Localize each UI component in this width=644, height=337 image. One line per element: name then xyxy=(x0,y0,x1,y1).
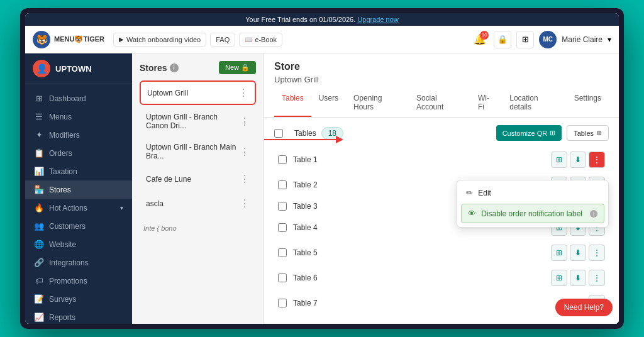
edit-label: Edit xyxy=(478,189,491,197)
sidebar-item-promotions[interactable]: 🏷 Promotions xyxy=(25,272,132,290)
sidebar-item-website[interactable]: 🌐 Website xyxy=(25,235,132,253)
table-6-qr-btn[interactable]: ⊞ xyxy=(551,270,567,286)
tab-wifi[interactable]: Wi-Fi xyxy=(470,89,502,117)
user-avatar: MC xyxy=(539,31,557,48)
header-nav: ▶ Watch onboarding video FAQ 📖 e-Book xyxy=(113,33,282,47)
table-1-checkbox[interactable] xyxy=(278,155,287,164)
dropdown-edit[interactable]: ✏ Edit xyxy=(457,183,608,202)
table-5-dots-btn[interactable]: ⋮ xyxy=(589,245,605,261)
sidebar-label-menus: Menus xyxy=(49,113,72,121)
store-tabs: Tables Users Opening Hours Social Accoun… xyxy=(274,89,609,117)
tables-left: Tables 18 xyxy=(274,127,343,140)
tab-tables[interactable]: Tables xyxy=(274,89,311,117)
banner-text: Your Free Trial ends on 01/05/2026. xyxy=(245,16,355,23)
watch-video-label: Watch onboarding video xyxy=(126,36,201,43)
sidebar-item-surveys[interactable]: 📝 Surveys xyxy=(25,290,132,308)
user-chevron[interactable]: ▾ xyxy=(608,35,611,44)
tab-users[interactable]: Users xyxy=(311,89,346,117)
table-5-download-btn[interactable]: ⬇ xyxy=(570,245,586,261)
table-1-download-btn[interactable]: ⬇ xyxy=(570,152,586,168)
ebook-button[interactable]: 📖 e-Book xyxy=(239,33,282,47)
store-item-uptown-grill[interactable]: Uptown Grill ⋮ xyxy=(140,80,256,105)
shield-icon-btn[interactable]: 🔒 xyxy=(494,31,511,48)
store-detail-header: Store Uptown Grill Tables Users Opening … xyxy=(264,53,619,118)
store-item-ascla[interactable]: ascla ⋮ xyxy=(140,192,256,214)
eye-icon: 👁 xyxy=(468,209,476,218)
table-7-checkbox[interactable] xyxy=(278,299,287,307)
table-6-checkbox[interactable] xyxy=(278,273,287,282)
sidebar-item-customers[interactable]: 👥 Customers xyxy=(25,217,132,235)
tab-settings[interactable]: Settings xyxy=(567,89,609,117)
qr-btn-label: Customize QR xyxy=(502,130,548,137)
dashboard-icon: ⊞ xyxy=(34,94,44,103)
sidebar-item-menus[interactable]: ☰ Menus xyxy=(25,108,132,126)
sidebar-item-hot-actions[interactable]: 🔥 Hot Actions ▾ xyxy=(25,199,132,217)
dropdown-disable-notif[interactable]: 👁 Disable order notification label i xyxy=(461,204,604,223)
orders-icon: 📋 xyxy=(34,148,44,158)
store-item-canon-dri[interactable]: Uptown Grill - Branch Canon Dri... ⋮ xyxy=(140,108,256,135)
notif-badge: 10 xyxy=(480,31,489,40)
qr-icon-btn[interactable]: ⊞ xyxy=(516,31,534,48)
table-6-dots-btn[interactable]: ⋮ xyxy=(589,270,605,286)
table-5-name: Table 5 xyxy=(293,248,551,257)
new-btn-label: New 🔒 xyxy=(225,64,250,72)
sidebar-item-orders[interactable]: 📋 Orders xyxy=(25,144,132,162)
store-dots-2[interactable]: ⋮ xyxy=(240,146,250,158)
table-6-actions: ⊞ ⬇ ⋮ xyxy=(551,270,605,286)
store-section-title: Store xyxy=(274,61,609,72)
sidebar-label-surveys: Surveys xyxy=(49,295,76,304)
tab-opening-hours[interactable]: Opening Hours xyxy=(346,89,409,117)
website-icon: 🌐 xyxy=(34,240,44,249)
store-dots-0[interactable]: ⋮ xyxy=(238,87,248,99)
new-store-button[interactable]: New 🔒 xyxy=(219,61,256,74)
tab-location-details[interactable]: Location details xyxy=(502,89,566,117)
edit-icon: ✏ xyxy=(466,188,473,197)
upgrade-link[interactable]: Upgrade now xyxy=(357,16,398,23)
sidebar-item-taxation[interactable]: 📊 Taxation xyxy=(25,162,132,180)
select-all-checkbox[interactable] xyxy=(274,129,283,138)
sidebar-label-promotions: Promotions xyxy=(49,277,87,285)
stores-info-icon[interactable]: i xyxy=(170,64,179,72)
sidebar-item-modifiers[interactable]: ✦ Modifiers xyxy=(25,126,132,144)
qr-icon: ⊞ xyxy=(550,129,555,137)
store-dots-1[interactable]: ⋮ xyxy=(240,116,250,128)
sidebar-label-integrations: Integrations xyxy=(49,258,89,267)
customers-icon: 👥 xyxy=(34,221,44,231)
table-1-name: Table 1 xyxy=(293,155,551,164)
disable-label: Disable order notification label xyxy=(481,209,582,218)
play-icon: ▶ xyxy=(119,36,124,43)
table-3-checkbox[interactable] xyxy=(278,202,287,211)
store-dots-3[interactable]: ⋮ xyxy=(240,173,250,185)
table-2-checkbox[interactable] xyxy=(278,180,287,189)
tab-social-account[interactable]: Social Account xyxy=(409,89,470,117)
sidebar-item-dashboard[interactable]: ⊞ Dashboard xyxy=(25,89,132,108)
table-1-qr-btn[interactable]: ⊞ xyxy=(551,152,567,168)
store-name-4: ascla xyxy=(146,199,164,208)
store-item-main-bra[interactable]: Uptown Grill - Branch Main Bra... ⋮ xyxy=(140,138,256,165)
table-6-download-btn[interactable]: ⬇ xyxy=(570,270,586,286)
sidebar-item-stores[interactable]: 🏪 Stores xyxy=(25,180,132,199)
table-1-dots-btn[interactable]: ⋮ xyxy=(589,152,605,168)
store-item-cafe-lune[interactable]: Cafe de Lune ⋮ xyxy=(140,168,256,190)
store-name-1: Uptown Grill - Branch Canon Dri... xyxy=(146,113,240,130)
table-6-name: Table 6 xyxy=(293,273,551,282)
stores-title-text: Stores xyxy=(140,63,167,73)
sidebar-item-reports[interactable]: 📈 Reports xyxy=(25,308,132,324)
store-detail-name: Uptown Grill xyxy=(274,75,609,84)
need-help-button[interactable]: Need Help? xyxy=(555,299,613,316)
book-icon: 📖 xyxy=(245,36,252,43)
stores-icon: 🏪 xyxy=(34,185,44,194)
notification-bell[interactable]: 🔔 10 xyxy=(471,31,489,48)
store-name-0: Uptown Grill xyxy=(147,89,188,97)
table-4-checkbox[interactable] xyxy=(278,223,287,232)
table-5-qr-btn[interactable]: ⊞ xyxy=(551,245,567,261)
store-dots-4[interactable]: ⋮ xyxy=(240,197,250,209)
user-initials: MC xyxy=(543,36,553,43)
watch-video-button[interactable]: ▶ Watch onboarding video xyxy=(113,33,206,47)
faq-button[interactable]: FAQ xyxy=(210,33,235,47)
integrations-icon: 🔗 xyxy=(34,258,44,267)
table-5-checkbox[interactable] xyxy=(278,248,287,257)
tables-add-button[interactable]: Tables ⊕ xyxy=(567,125,609,141)
sidebar-item-integrations[interactable]: 🔗 Integrations xyxy=(25,253,132,272)
customize-qr-button[interactable]: Customize QR ⊞ xyxy=(496,125,562,141)
